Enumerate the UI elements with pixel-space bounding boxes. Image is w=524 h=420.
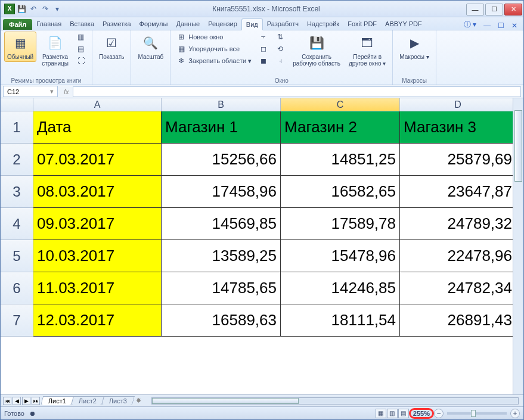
zoom-slider[interactable] [447, 412, 507, 415]
tab-надстройк[interactable]: Надстройк [303, 18, 343, 30]
tab-рецензир[interactable]: Рецензир [204, 18, 241, 30]
ribbon-close-icon[interactable]: ✕ [508, 21, 521, 30]
normal-view-button[interactable]: ▦ Обычный [4, 32, 36, 62]
cell[interactable]: 13589,25 [162, 240, 281, 272]
custom-views-button[interactable]: ▤ [74, 43, 88, 54]
cell[interactable]: 25879,69 [400, 144, 516, 176]
save-icon[interactable]: 💾 [16, 4, 27, 14]
tab-abbyy pdf[interactable]: ABBYY PDF [381, 18, 426, 30]
arrange-button[interactable]: ▦Упорядочить все [174, 43, 254, 54]
row-header[interactable]: 7 [1, 304, 33, 337]
undo-icon[interactable]: ↶ [28, 4, 39, 14]
add-sheet-button[interactable]: ✸ [136, 397, 147, 405]
tab-данные[interactable]: Данные [172, 18, 204, 30]
cell[interactable]: 18111,54 [281, 304, 400, 337]
macro-record-icon[interactable]: ⏺ [29, 410, 36, 417]
cell[interactable]: 16589,63 [162, 304, 281, 337]
cell[interactable]: 22478,96 [400, 240, 516, 272]
cell[interactable]: Магазин 1 [162, 111, 281, 144]
cell[interactable]: Дата [33, 111, 162, 144]
sheet-tab-Лист1[interactable]: Лист1 [41, 396, 74, 405]
row-header[interactable]: 3 [1, 176, 33, 208]
cell[interactable]: 14851,25 [281, 144, 400, 176]
ribbon-minimize-icon[interactable]: — [480, 21, 494, 30]
column-header-D[interactable]: D [400, 98, 516, 111]
row-header[interactable]: 2 [1, 144, 33, 176]
name-box-dropdown-icon[interactable]: ▾ [50, 88, 54, 95]
zoom-thumb[interactable] [471, 410, 476, 417]
cell[interactable]: 12.03.2017 [33, 304, 162, 337]
excel-icon[interactable]: X [4, 4, 15, 14]
zoom-in-button[interactable]: + [510, 409, 520, 418]
tab-вставка[interactable]: Вставка [66, 18, 98, 30]
split-button[interactable]: ⫟ [256, 32, 271, 42]
hscroll-thumb[interactable] [152, 398, 299, 404]
fx-label[interactable]: fx [60, 88, 73, 95]
maximize-button[interactable]: ☐ [485, 4, 503, 15]
sheet-nav-prev[interactable]: ◀ [13, 397, 21, 405]
page-break-preview-button[interactable]: ▥ [74, 32, 88, 42]
row-header[interactable]: 4 [1, 208, 33, 240]
cell[interactable]: 10.03.2017 [33, 240, 162, 272]
cell[interactable]: 14569,85 [162, 208, 281, 240]
cell[interactable]: 14785,65 [162, 272, 281, 304]
tab-вид[interactable]: Вид [241, 18, 263, 30]
row-header[interactable]: 6 [1, 272, 33, 304]
save-workspace-button[interactable]: 💾 Сохранить рабочую область [290, 32, 343, 69]
macros-button[interactable]: ▶ Макросы ▾ [396, 32, 432, 62]
show-button[interactable]: ☑ Показать [96, 32, 128, 62]
redo-icon[interactable]: ↷ [40, 4, 51, 14]
sync-scroll-button[interactable]: ⇅ [273, 32, 287, 42]
row-header[interactable]: 1 [1, 111, 33, 144]
cell[interactable]: 08.03.2017 [33, 176, 162, 208]
compare-button[interactable]: ⫞ [273, 55, 287, 66]
cell[interactable]: 11.03.2017 [33, 272, 162, 304]
vertical-scrollbar[interactable] [513, 98, 523, 394]
zoom-percent[interactable]: 255% [409, 408, 434, 419]
hide-button[interactable]: ◻ [256, 43, 271, 54]
unhide-button[interactable]: ◼ [256, 55, 271, 66]
page-layout-button[interactable]: 📄 Разметка страницы [39, 32, 72, 69]
column-header-B[interactable]: B [162, 98, 281, 111]
tab-foxit pdf[interactable]: Foxit PDF [343, 18, 381, 30]
cell[interactable]: 15478,96 [281, 240, 400, 272]
reset-pos-button[interactable]: ⟲ [273, 43, 287, 54]
cell[interactable]: Магазин 3 [400, 111, 516, 144]
select-all-corner[interactable] [1, 98, 33, 111]
cell[interactable]: 07.03.2017 [33, 144, 162, 176]
qat-dropdown-icon[interactable]: ▾ [52, 4, 63, 14]
fullscreen-button[interactable]: ⛶ [74, 55, 88, 66]
view-break-button[interactable]: ▤ [398, 409, 409, 418]
column-header-C[interactable]: C [281, 98, 400, 111]
cell[interactable]: 26891,43 [400, 304, 516, 337]
file-tab[interactable]: Файл [3, 19, 32, 30]
row-header[interactable]: 5 [1, 240, 33, 272]
cell[interactable]: Магазин 2 [281, 111, 400, 144]
sheet-tab-Лист2[interactable]: Лист2 [71, 396, 104, 405]
cell[interactable]: 16582,65 [281, 176, 400, 208]
cell[interactable]: 24782,34 [400, 272, 516, 304]
minimize-button[interactable]: — [466, 4, 484, 15]
tab-разработч[interactable]: Разработч [263, 18, 303, 30]
formula-input[interactable] [73, 86, 521, 97]
zoom-out-button[interactable]: − [434, 409, 444, 418]
cell[interactable]: 17458,96 [162, 176, 281, 208]
sheet-nav-last[interactable]: ⏭ [32, 397, 40, 405]
sheet-tab-Лист3[interactable]: Лист3 [101, 396, 135, 405]
name-box[interactable]: C12 ▾ [3, 86, 58, 97]
close-button[interactable]: ✕ [504, 4, 522, 15]
cell[interactable]: 24789,32 [400, 208, 516, 240]
ribbon-help-icon[interactable]: ⓘ ▾ [460, 20, 480, 30]
switch-window-button[interactable]: 🗔 Перейти в другое окно ▾ [346, 32, 389, 69]
cell[interactable]: 09.03.2017 [33, 208, 162, 240]
horizontal-scrollbar[interactable] [151, 396, 519, 406]
zoom-button[interactable]: 🔍 Масштаб [135, 32, 166, 62]
cell[interactable]: 15256,66 [162, 144, 281, 176]
freeze-button[interactable]: ❄Закрепить области ▾ [174, 55, 254, 66]
view-normal-button[interactable]: ▦ [376, 409, 386, 418]
vscroll-thumb[interactable] [514, 110, 522, 182]
tab-главная[interactable]: Главная [32, 18, 66, 30]
column-header-A[interactable]: A [33, 98, 162, 111]
cell[interactable]: 17589,78 [281, 208, 400, 240]
sheet-nav-first[interactable]: ⏮ [3, 397, 11, 405]
